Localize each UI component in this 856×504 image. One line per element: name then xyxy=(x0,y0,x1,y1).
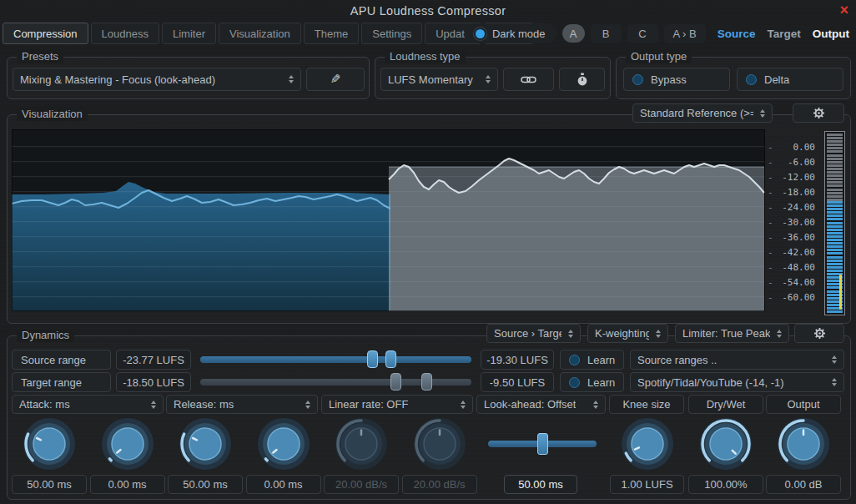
monitor-target-button[interactable]: Target xyxy=(768,28,801,40)
reference-select[interactable]: Standard Reference (>= -60) xyxy=(632,103,773,123)
limiter-mode-select[interactable]: Limiter: True Peak xyxy=(675,324,789,343)
param-header-release[interactable]: Release: ms xyxy=(166,395,318,414)
monitor-source-button[interactable]: Source xyxy=(718,28,756,40)
integration-time-button[interactable] xyxy=(559,68,605,91)
range-slider-handle[interactable] xyxy=(367,350,378,368)
loudness-type-select[interactable]: LUFS Momentary xyxy=(380,68,498,91)
lookahead-slider[interactable] xyxy=(488,433,597,455)
tab-loudness[interactable]: Loudness xyxy=(91,23,159,44)
param-value-box[interactable]: 1.00 LUFS xyxy=(610,475,684,494)
weighting-select[interactable]: K-weighting xyxy=(587,324,668,343)
spinner-icon xyxy=(305,401,310,409)
loudness-type-value: LUFS Momentary xyxy=(388,73,473,86)
target-range-target-value[interactable]: -9.50 LUFS xyxy=(481,372,554,392)
monitor-output-button[interactable]: Output xyxy=(813,28,849,40)
ab-slot-c-button[interactable]: C xyxy=(627,24,658,43)
scale-tick: --60.00 xyxy=(768,291,815,303)
param-value-box[interactable]: 50.00 ms xyxy=(168,475,243,494)
edit-preset-button[interactable]: ✎ xyxy=(306,68,365,91)
learn-label: Learn xyxy=(587,376,615,389)
target-range-slider[interactable] xyxy=(200,372,471,392)
param-value-box[interactable]: 50.00 ms xyxy=(504,475,577,494)
source-range-button[interactable]: Source range xyxy=(12,350,111,370)
tick-value: -60.00 xyxy=(782,292,815,303)
tab-settings[interactable]: Settings xyxy=(361,23,422,44)
param-value-box[interactable]: 50.00 ms xyxy=(12,475,87,494)
target-range-button[interactable]: Target range xyxy=(12,372,111,392)
loudness-chart[interactable] xyxy=(12,129,765,311)
delta-toggle[interactable]: Delta xyxy=(737,68,843,91)
range-slider-handle[interactable] xyxy=(385,350,396,368)
loudness-type-legend: Loudness type xyxy=(385,50,466,63)
limiter-mode-value: Limiter: True Peak xyxy=(682,327,770,340)
tick-value: -18.00 xyxy=(782,187,815,198)
source-ranges-select[interactable]: Source ranges .. xyxy=(630,350,844,370)
tab-limiter[interactable]: Limiter xyxy=(162,23,216,44)
pencil-icon: ✎ xyxy=(330,72,341,87)
dynamics-legend: Dynamics xyxy=(17,329,74,342)
ab-slot-b-button[interactable]: B xyxy=(591,24,622,43)
tick-value: -24.00 xyxy=(782,202,815,213)
learn-indicator-icon xyxy=(569,377,580,388)
routing-select[interactable]: Source › Target xyxy=(486,324,581,343)
tab-theme[interactable]: Theme xyxy=(304,23,359,44)
dark-mode-label: Dark mode xyxy=(492,28,546,40)
param-value-box[interactable]: 100.00% xyxy=(688,475,763,494)
source-ranges-value: Source ranges .. xyxy=(637,354,717,366)
source-range-slider[interactable] xyxy=(200,350,471,370)
bypass-toggle[interactable]: Bypass xyxy=(623,68,730,91)
knob-release-time[interactable] xyxy=(178,416,233,474)
close-icon[interactable]: × xyxy=(839,2,848,18)
param-header-linear-rate[interactable]: Linear rate: OFF xyxy=(321,395,473,414)
dark-mode-toggle[interactable]: Dark mode xyxy=(465,23,556,43)
range-slider-handle[interactable] xyxy=(421,373,432,391)
param-value-box[interactable]: 0.00 ms xyxy=(246,475,321,494)
tick-mark: - xyxy=(768,172,773,183)
param-header-output: Output xyxy=(766,395,841,414)
preset-select[interactable]: Mixing & Mastering - Focus (look-ahead) xyxy=(13,68,301,91)
scale-tick: --48.00 xyxy=(768,261,815,273)
param-value-box[interactable]: 0.00 ms xyxy=(90,475,165,494)
ab-copy-button[interactable]: A › B xyxy=(664,24,706,43)
target-ranges-select[interactable]: Spotify/Tidal/YouTube (-14, -1) xyxy=(630,372,844,392)
knob-dry-wet[interactable] xyxy=(698,416,753,474)
param-header-attack[interactable]: Attack: ms xyxy=(12,395,164,414)
target-range-label: Target range xyxy=(21,376,82,389)
source-learn-toggle[interactable]: Learn xyxy=(560,350,624,370)
param-value-box[interactable]: 0.00 dB xyxy=(766,475,841,494)
knob-linear-rate-up[interactable] xyxy=(334,416,389,474)
range-slider-track xyxy=(200,356,471,363)
visualization-settings-button[interactable] xyxy=(793,103,844,123)
tick-mark: - xyxy=(768,262,773,273)
range-slider-handle[interactable] xyxy=(390,373,401,391)
tab-compression[interactable]: Compression xyxy=(3,23,88,44)
knob-linear-rate-down[interactable] xyxy=(412,416,467,474)
source-range-label: Source range xyxy=(21,354,86,366)
target-range-value[interactable]: -18.50 LUFS xyxy=(116,372,191,392)
scale-tick: --12.00 xyxy=(768,171,815,183)
knob-output-gain[interactable] xyxy=(776,416,831,474)
target-learn-toggle[interactable]: Learn xyxy=(560,372,624,392)
lookahead-handle[interactable] xyxy=(537,433,548,455)
param-value-box[interactable]: 20.00 dB/s xyxy=(402,475,477,494)
dynamics-settings-button[interactable] xyxy=(794,324,844,343)
delta-indicator-icon xyxy=(746,74,757,85)
scale-tick: --6.00 xyxy=(768,156,815,168)
scale-tick: --36.00 xyxy=(768,231,815,243)
tick-value: -36.00 xyxy=(782,232,815,243)
link-channels-button[interactable] xyxy=(503,68,554,91)
source-range-value[interactable]: -23.77 LUFS xyxy=(116,350,191,370)
knob-attack-time[interactable] xyxy=(22,416,77,474)
source-range-target-value[interactable]: -19.30 LUFS xyxy=(481,350,554,370)
knob-attack-hold[interactable] xyxy=(100,416,155,474)
param-value-box[interactable]: 20.00 dB/s xyxy=(324,475,399,494)
knob-release-hold[interactable] xyxy=(256,416,311,474)
tab-visualization[interactable]: Visualization xyxy=(219,23,301,44)
knob-knee-size[interactable] xyxy=(620,416,675,474)
output-type-legend: Output type xyxy=(626,50,692,63)
tick-value: -54.00 xyxy=(782,277,815,288)
spinner-icon xyxy=(832,355,837,364)
ab-slot-a-button[interactable]: A xyxy=(562,24,585,43)
tick-value: -12.00 xyxy=(782,172,815,183)
param-header-look-ahead[interactable]: Look-ahead: Offset xyxy=(476,395,606,414)
